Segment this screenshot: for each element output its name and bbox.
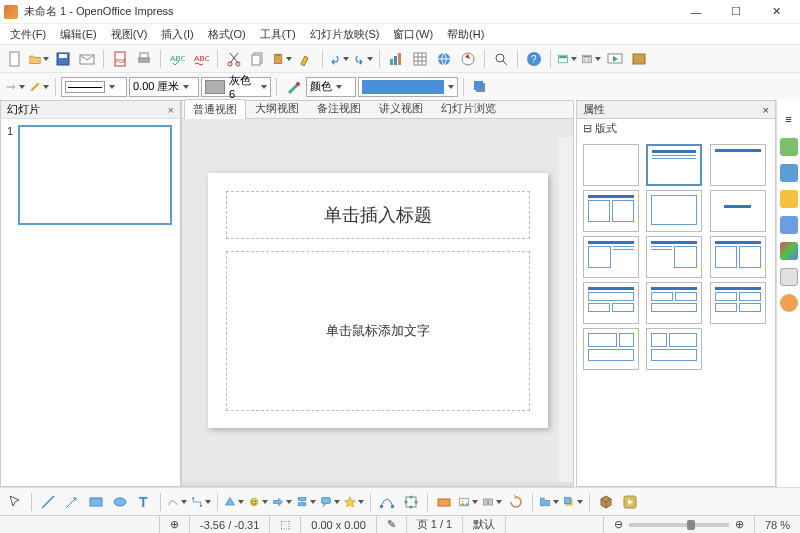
area-style-button[interactable] bbox=[282, 76, 304, 98]
tab-notes[interactable]: 备注视图 bbox=[308, 98, 370, 118]
line-tool[interactable] bbox=[37, 491, 59, 513]
layout-content-only[interactable] bbox=[646, 190, 702, 232]
sidebar-menu-icon[interactable]: ≡ bbox=[778, 108, 800, 130]
paste-button[interactable] bbox=[271, 48, 293, 70]
line-width-combo[interactable]: 0.00 厘米 bbox=[129, 77, 199, 97]
symbol-shapes-tool[interactable] bbox=[247, 491, 269, 513]
slide-layout-button[interactable] bbox=[580, 48, 602, 70]
tab-sorter[interactable]: 幻灯片浏览 bbox=[432, 98, 505, 118]
hyperlink-button[interactable] bbox=[433, 48, 455, 70]
close-button[interactable]: ✕ bbox=[756, 0, 796, 24]
zoom-controls[interactable]: ⊖⊕ bbox=[604, 516, 755, 533]
print-button[interactable] bbox=[133, 48, 155, 70]
arrow-tool[interactable] bbox=[61, 491, 83, 513]
fill-color-combo[interactable] bbox=[358, 77, 458, 97]
line-style-combo[interactable] bbox=[61, 77, 127, 97]
layout-6a[interactable] bbox=[583, 328, 639, 370]
splitter[interactable] bbox=[182, 482, 573, 486]
arrow-style-button[interactable] bbox=[4, 76, 26, 98]
text-tool[interactable]: T bbox=[133, 491, 155, 513]
stars-tool[interactable] bbox=[343, 491, 365, 513]
layout-3a[interactable] bbox=[583, 282, 639, 324]
chart-button[interactable] bbox=[385, 48, 407, 70]
properties-close-icon[interactable]: × bbox=[763, 104, 769, 116]
layout-title-content[interactable] bbox=[646, 144, 702, 186]
layout-6b[interactable] bbox=[646, 328, 702, 370]
layout-2h-b[interactable] bbox=[646, 236, 702, 278]
interaction-tool[interactable] bbox=[619, 491, 641, 513]
slide-design-button[interactable] bbox=[556, 48, 578, 70]
line-color-combo[interactable]: 灰色 6 bbox=[201, 77, 271, 97]
gallery-tool[interactable] bbox=[481, 491, 503, 513]
menu-format[interactable]: 格式(O) bbox=[202, 25, 252, 44]
sidebar-animation-icon[interactable] bbox=[780, 190, 798, 208]
fill-type-combo[interactable]: 颜色 bbox=[306, 77, 356, 97]
email-button[interactable] bbox=[76, 48, 98, 70]
tab-normal[interactable]: 普通视图 bbox=[184, 99, 246, 119]
format-paintbrush-button[interactable] bbox=[295, 48, 317, 70]
select-tool[interactable] bbox=[4, 491, 26, 513]
slide-canvas[interactable]: 单击插入标题 单击鼠标添加文字 bbox=[208, 173, 548, 428]
rotate-tool[interactable] bbox=[505, 491, 527, 513]
layout-two-content[interactable] bbox=[583, 190, 639, 232]
content-placeholder[interactable]: 单击鼠标添加文字 bbox=[226, 251, 530, 411]
tab-handout[interactable]: 讲义视图 bbox=[370, 98, 432, 118]
sidebar-master-icon[interactable] bbox=[780, 164, 798, 182]
undo-button[interactable] bbox=[328, 48, 350, 70]
layout-4[interactable] bbox=[710, 282, 766, 324]
export-pdf-button[interactable]: PDF bbox=[109, 48, 131, 70]
callout-tool[interactable] bbox=[319, 491, 341, 513]
slide-thumb-1[interactable]: 1 bbox=[7, 125, 174, 225]
menu-slideshow[interactable]: 幻灯片放映(S) bbox=[304, 25, 386, 44]
slide-master-button[interactable] bbox=[628, 48, 650, 70]
layout-3b[interactable] bbox=[646, 282, 702, 324]
basic-shapes-tool[interactable] bbox=[223, 491, 245, 513]
menu-view[interactable]: 视图(V) bbox=[105, 25, 154, 44]
maximize-button[interactable]: ☐ bbox=[716, 0, 756, 24]
layout-2v[interactable] bbox=[710, 236, 766, 278]
navigator-button[interactable] bbox=[457, 48, 479, 70]
spellcheck-button[interactable]: ABC bbox=[166, 48, 188, 70]
layout-centered[interactable] bbox=[710, 190, 766, 232]
glue-points-tool[interactable] bbox=[400, 491, 422, 513]
slide-panel-close-icon[interactable]: × bbox=[168, 104, 174, 116]
zoom-value[interactable]: 78 % bbox=[755, 516, 800, 533]
sidebar-navigator-icon[interactable] bbox=[780, 268, 798, 286]
connector-tool[interactable] bbox=[190, 491, 212, 513]
help-button[interactable]: ? bbox=[523, 48, 545, 70]
flowchart-tool[interactable] bbox=[295, 491, 317, 513]
tab-outline[interactable]: 大纲视图 bbox=[246, 98, 308, 118]
alignment-tool[interactable] bbox=[538, 491, 560, 513]
sidebar-properties-icon[interactable] bbox=[780, 138, 798, 156]
block-arrows-tool[interactable] bbox=[271, 491, 293, 513]
cut-button[interactable] bbox=[223, 48, 245, 70]
sidebar-styles-icon[interactable] bbox=[780, 294, 798, 312]
menu-help[interactable]: 帮助(H) bbox=[441, 25, 490, 44]
line-style-button[interactable] bbox=[28, 76, 50, 98]
canvas-area[interactable]: 单击插入标题 单击鼠标添加文字 bbox=[182, 119, 573, 482]
auto-spellcheck-button[interactable]: ABC bbox=[190, 48, 212, 70]
minimize-button[interactable]: — bbox=[676, 0, 716, 24]
menu-edit[interactable]: 编辑(E) bbox=[54, 25, 103, 44]
layout-blank[interactable] bbox=[583, 144, 639, 186]
menu-insert[interactable]: 插入(I) bbox=[155, 25, 199, 44]
fontwork-tool[interactable] bbox=[433, 491, 455, 513]
ellipse-tool[interactable] bbox=[109, 491, 131, 513]
sidebar-transition-icon[interactable] bbox=[780, 216, 798, 234]
copy-button[interactable] bbox=[247, 48, 269, 70]
zoom-slider[interactable] bbox=[629, 523, 729, 527]
table-button[interactable] bbox=[409, 48, 431, 70]
new-button[interactable] bbox=[4, 48, 26, 70]
save-button[interactable] bbox=[52, 48, 74, 70]
menu-file[interactable]: 文件(F) bbox=[4, 25, 52, 44]
layout-title-only[interactable] bbox=[710, 144, 766, 186]
vertical-scrollbar[interactable] bbox=[559, 137, 573, 482]
layout-2h[interactable] bbox=[583, 236, 639, 278]
from-file-tool[interactable] bbox=[457, 491, 479, 513]
menu-tools[interactable]: 工具(T) bbox=[254, 25, 302, 44]
rectangle-tool[interactable] bbox=[85, 491, 107, 513]
title-placeholder[interactable]: 单击插入标题 bbox=[226, 191, 530, 239]
zoom-button[interactable] bbox=[490, 48, 512, 70]
slide-show-button[interactable] bbox=[604, 48, 626, 70]
open-button[interactable] bbox=[28, 48, 50, 70]
